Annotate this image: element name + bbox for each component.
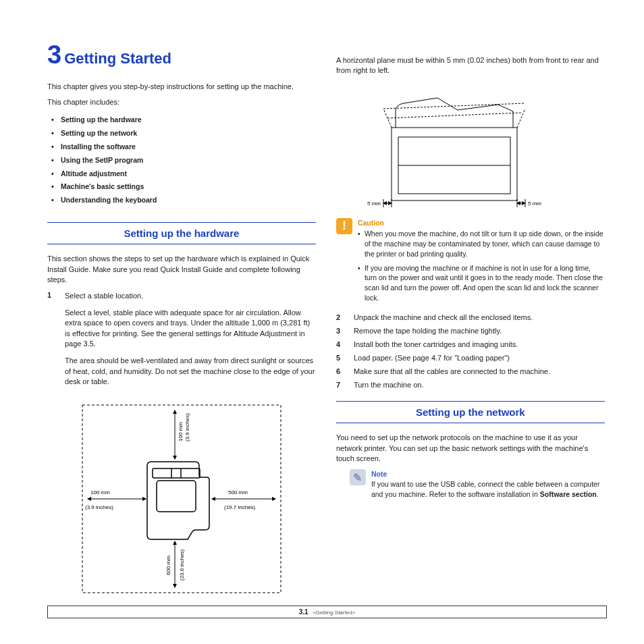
step-number: 6 [336,367,344,375]
step-paragraph: Select a level, stable place with adequa… [65,308,316,350]
step-2: 2Unpack the machine and check all the en… [336,313,605,321]
chapter-title-text: Getting Started [64,50,171,67]
section-heading-network: Setting up the network [336,401,605,423]
step-number: 5 [336,354,344,362]
fig-label: 100 mm [178,421,184,441]
chapter-heading: 3Getting Started [47,41,316,70]
step-1: 1 Select a stable location. Select a lev… [47,291,316,393]
svg-rect-1 [157,481,196,512]
step-number: 7 [336,381,344,389]
toc-item: Setting up the hardware [51,113,316,127]
page-footer: 3.1 <Getting Started> [47,606,607,618]
level-diagram: 5 mm 5 mm [363,84,545,213]
caution-bullet: When you move the machine, do not tilt o… [358,229,605,259]
toc-item: Understanding the keyboard [51,194,316,207]
svg-rect-9 [392,128,517,200]
section-heading-hardware: Setting up the hardware [47,222,316,244]
fig-label: (3.9 inches) [184,413,190,441]
note-text-b: Software section [540,490,597,498]
step-text: Load paper. (See page 4.7 for "Loading p… [354,354,605,362]
svg-rect-2 [153,468,200,478]
note-icon: ✎ [350,469,366,485]
caution-callout: ! Caution When you move the machine, do … [336,218,605,307]
column-left: 3Getting Started This chapter gives you … [47,41,316,601]
footer-label: <Getting Started> [313,610,355,616]
step-4: 4Install both the toner cartridges and i… [336,340,605,348]
fig-label: (19.7 inches) [224,504,256,510]
toc-item: Using the SetIP program [51,154,316,167]
section2-intro: You need to set up the network protocols… [336,433,605,464]
step-number: 2 [336,313,344,321]
step-number: 4 [336,340,344,348]
note-text: If you want to use the USB cable, connec… [371,479,605,499]
step-text: Make sure that all the cables are connec… [354,367,605,375]
step-paragraph: The area should be well-ventilated and a… [65,356,316,387]
step-6: 6Make sure that all the cables are conne… [336,367,605,375]
step-text: Turn the machine on. [354,381,605,389]
step-text: Unpack the machine and check all the enc… [354,313,605,321]
intro-paragraph-2: This chapter includes: [47,97,316,107]
caution-icon: ! [336,218,352,234]
step-7: 7Turn the machine on. [336,381,605,389]
note-title: Note [371,469,605,479]
note-callout: ✎ Note If you want to use the USB cable,… [350,469,605,499]
fig-label: 600 mm [165,555,171,574]
toc-item: Altitude adjustment [51,167,316,181]
horizontal-plane-text: A horizontal plane must be within 5 mm (… [336,55,605,76]
intro-paragraph-1: This chapter gives you step-by-step inst… [47,82,316,92]
fig-label: 5 mm [528,200,541,207]
toc-item: Machine's basic settings [51,180,316,194]
step-5: 5Load paper. (See page 4.7 for "Loading … [336,354,605,362]
section1-intro: This section shows the steps to set up t… [47,254,316,285]
caution-title: Caution [358,218,605,228]
note-text-c: . [597,490,599,498]
fig-label: 5 mm [367,200,381,207]
footer-page: .1 [302,608,308,616]
fig-label: 500 mm [228,489,248,495]
step-text: Remove the tape holding the machine tigh… [354,327,605,335]
step-3: 3Remove the tape holding the machine tig… [336,327,605,335]
step-lead: Select a stable location. [65,291,316,301]
fig-label: (23.6 inches) [179,549,185,581]
chapter-number: 3 [47,41,61,69]
fig-label: (3.9 inches) [85,504,113,510]
step-text: Install both the toner cartridges and im… [354,340,605,348]
chapter-toc: Setting up the hardware Setting up the n… [51,113,316,208]
caution-bullet: If you are moving the machine or if mach… [358,263,605,303]
fig-label: 100 mm [90,489,110,495]
clearance-diagram: 100 mm (3.9 inches) 100 mm (3.9 inches) … [70,401,293,597]
toc-item: Setting up the network [51,127,316,140]
step-number: 1 [47,291,55,393]
step-number: 3 [336,327,344,335]
toc-item: Installing the software [51,140,316,154]
column-right: A horizontal plane must be within 5 mm (… [336,41,605,601]
